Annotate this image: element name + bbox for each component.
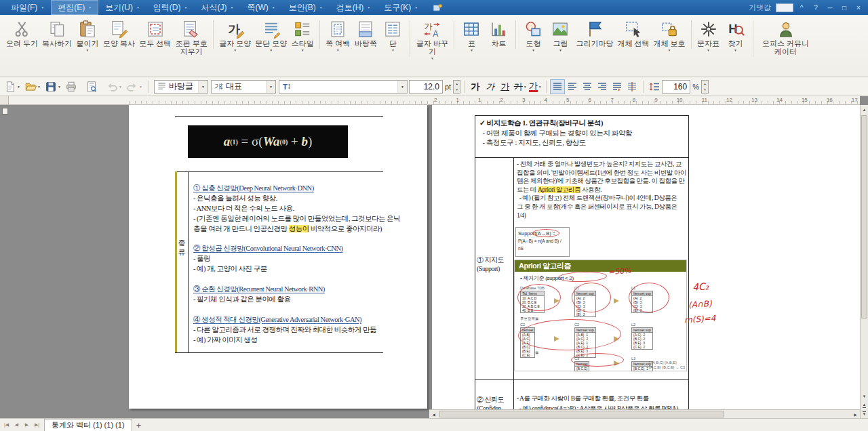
text-line[interactable]: 층을 여러 개 만드니 인공신경망 성능이 비약적으로 좋아지더라) xyxy=(193,224,382,234)
menu-view[interactable]: 보기(U) xyxy=(98,0,146,15)
new-doc-button[interactable]: ▼ xyxy=(3,79,23,95)
document-workspace[interactable]: a(1) = σ(Wa(0) + b) 종류 ① 심층 신경망(Deep Neu… xyxy=(0,105,868,418)
prev-page-button[interactable]: ▲ xyxy=(861,401,868,409)
text-line[interactable]: 1/4) xyxy=(517,211,686,220)
text-line[interactable]: 템은 제외한다)'에 기초해 상품간 후보집합을 만듦. 이 집합을 만 xyxy=(517,177,686,186)
text-line[interactable]: 그 중 한 개 포함(개수 혹은 퍼센테이지로 표시 가능, D상품은 xyxy=(517,203,686,211)
horizontal-ruler[interactable]: 211234567891011121314151617 xyxy=(0,96,860,105)
table-button[interactable]: 표 ▼ xyxy=(458,18,485,54)
menu-edit[interactable]: 편집(E) xyxy=(51,0,98,15)
font-color-button[interactable]: 가 ▼ xyxy=(528,79,542,94)
text-line[interactable]: - 전체 거래 중 얼마나 발생빈도가 높은지? 지지도는 교사건, 교 xyxy=(517,160,686,169)
apriori-slide-image[interactable]: Apriori 알고리즘 • 제거기준 (support < 2) 후보항목들 … xyxy=(514,260,687,371)
help-button[interactable]: ? xyxy=(810,2,822,13)
spinner-down-icon[interactable]: ▼ xyxy=(702,87,708,93)
columns-button[interactable]: 단 ▼ xyxy=(379,18,406,54)
text-line[interactable] xyxy=(193,234,382,245)
menu-file[interactable]: 파일(F) xyxy=(4,0,51,15)
font-name-combo[interactable]: T ▼ xyxy=(279,80,408,94)
horizontal-scrollbar[interactable]: ◀ ▶ xyxy=(429,409,860,418)
text-line[interactable] xyxy=(193,305,382,315)
erase-marks-button[interactable]: 조판 부호 지우기 xyxy=(173,18,210,62)
line-spacing-input[interactable]: 160 xyxy=(662,80,690,94)
menu-format[interactable]: 서식(J) xyxy=(194,0,240,15)
paragraph-style-combo[interactable]: 바탕글 ▼ xyxy=(154,80,208,94)
select-all-button[interactable]: 모두 선택 xyxy=(137,18,173,54)
page-margin-button[interactable]: 쪽 여백 ▼ xyxy=(323,18,352,54)
text-line[interactable]: ① 심층 신경망(Deep Neural Network·DNN) xyxy=(193,184,382,194)
row-label[interactable]: 종류 xyxy=(176,238,187,257)
undo-button[interactable]: ▼ xyxy=(104,79,125,95)
align-distribute-button[interactable] xyxy=(610,79,625,94)
text-line[interactable]: 드는 데 Apriori 알고리즘 사용함. xyxy=(517,186,686,194)
office-communicator-button[interactable]: 오피스 커뮤니케이터 xyxy=(757,18,815,62)
text-line[interactable]: - (기존엔 동일한 레이어의 노드를 많이 만들었었는데, 그것보다는 은닉 xyxy=(193,214,382,224)
next-tab-button[interactable]: ▶ xyxy=(22,419,32,430)
object-select-button[interactable]: 개체 선택 xyxy=(615,18,651,54)
object-protect-button[interactable]: 개체 보호 ▼ xyxy=(651,18,687,54)
document-page-1[interactable]: a(1) = σ(Wa(0) + b) 종류 ① 심층 신경망(Deep Neu… xyxy=(129,105,427,409)
align-justify-button[interactable] xyxy=(550,79,565,94)
chevron-down-icon[interactable]: ▼ xyxy=(198,81,208,93)
align-right-button[interactable] xyxy=(595,79,610,94)
open-button[interactable]: ▼ xyxy=(23,79,43,95)
chevron-down-icon[interactable]: ▼ xyxy=(266,81,275,93)
support-row-label[interactable]: ① 지지도 (Support) xyxy=(477,255,513,273)
spinner-up-icon[interactable]: ▲ xyxy=(454,81,460,87)
text-line[interactable]: - 예) 개, 고양이 사진 구분 xyxy=(193,264,382,274)
minimize-button[interactable]: ─ xyxy=(824,2,836,13)
underline-button[interactable]: 가 xyxy=(498,79,513,94)
save-button[interactable]: ▼ xyxy=(43,79,64,95)
close-button[interactable]: × xyxy=(852,2,865,13)
text-line[interactable]: - 다른 알고리즘과 서로 경쟁하며 진짜와 최대한 비슷하게 만듦 xyxy=(193,325,382,335)
add-tab-button[interactable]: + xyxy=(132,419,146,430)
scroll-down-button[interactable]: ▼ xyxy=(861,392,868,401)
document-page-2[interactable]: ✓ 비지도학습 1. 연관규칙(장바구니 분석) - 어떤 제품이 함께 구매되… xyxy=(432,105,860,418)
scroll-left-button[interactable]: ◀ xyxy=(429,410,438,418)
horizontal-scroll-thumb[interactable] xyxy=(439,411,724,417)
scroll-right-button[interactable]: ▶ xyxy=(851,410,860,418)
document-tab[interactable]: 통계와 벡터 (1) (1) (1) xyxy=(44,419,132,431)
italic-button[interactable]: 가 xyxy=(483,79,498,94)
text-line[interactable]: - A를 구매한 사람이 B를 구매할 확률, 조건부 확률 xyxy=(517,394,686,404)
char-map-button[interactable]: 문자표 ▼ xyxy=(695,18,722,54)
menu-security[interactable]: 보안(B) xyxy=(282,0,330,15)
chart-button[interactable]: 차트 xyxy=(485,18,512,54)
formula-image[interactable]: a(1) = σ(Wa(0) + b) xyxy=(188,125,348,158)
quick-search-input[interactable] xyxy=(776,3,793,12)
first-tab-button[interactable]: |◀ xyxy=(1,419,12,430)
text-line[interactable]: - ANN보다 더 적은 수의 노드 사용. xyxy=(193,204,382,214)
horizontal-scroll-track[interactable] xyxy=(438,410,851,418)
menu-review[interactable]: 검토(H) xyxy=(330,0,378,15)
last-tab-button[interactable]: ▶| xyxy=(32,419,42,430)
ribbon-collapse-button[interactable]: ^ xyxy=(795,2,808,13)
master-page-button[interactable]: 바탕쪽 xyxy=(352,18,379,54)
picture-button[interactable]: 그림 ▼ xyxy=(547,18,574,54)
text-line[interactable]: - 필기체 인식과 같은 분야에 활용 xyxy=(193,295,382,305)
font-type-combo[interactable]: 가 대표 ▼ xyxy=(211,80,276,94)
text-line[interactable]: - 풀링 xyxy=(193,254,382,264)
text-line[interactable] xyxy=(193,274,382,285)
shapes-button[interactable]: 도형 ▼ xyxy=(519,18,547,54)
next-page-button[interactable]: ▼ xyxy=(861,409,868,418)
addon-button[interactable] xyxy=(431,0,443,15)
print-button[interactable] xyxy=(64,79,84,95)
spinner-down-icon[interactable]: ▼ xyxy=(454,87,460,93)
redo-button[interactable]: ▼ xyxy=(125,79,145,95)
menu-input[interactable]: 입력(D) xyxy=(146,0,195,15)
text-line[interactable]: 집합을 의미. '빈발아이템세트(1년에 한번 정도 사는 비빈발 아이 xyxy=(517,169,686,178)
para-shape-button[interactable]: 문단 모양 ▼ xyxy=(253,18,289,54)
format-copy-button[interactable]: 모양 복사 xyxy=(101,18,137,54)
vertical-scroll-thumb[interactable] xyxy=(861,115,867,319)
prev-tab-button[interactable]: ◀ xyxy=(12,419,22,430)
strikethrough-button[interactable]: 가 ▼ xyxy=(513,79,528,94)
align-divide-button[interactable] xyxy=(625,79,639,94)
text-line[interactable]: ② 합성곱 신경망(Convolutional Neural Network·C… xyxy=(193,244,382,254)
copy-button[interactable]: 복사하기 xyxy=(40,18,74,54)
paste-button[interactable]: 붙이기 ▼ xyxy=(74,18,101,54)
maximize-button[interactable]: □ xyxy=(838,2,850,13)
table-header-cell[interactable]: ✓ 비지도학습 1. 연관규칙(장바구니 분석) - 어떤 제품이 함께 구매되… xyxy=(479,119,683,148)
find-button[interactable]: H 찾기 ▼ xyxy=(722,18,749,54)
scroll-up-button[interactable]: ▲ xyxy=(861,105,868,114)
drawing-gallery-button[interactable]: 그리기마당 xyxy=(574,18,615,54)
